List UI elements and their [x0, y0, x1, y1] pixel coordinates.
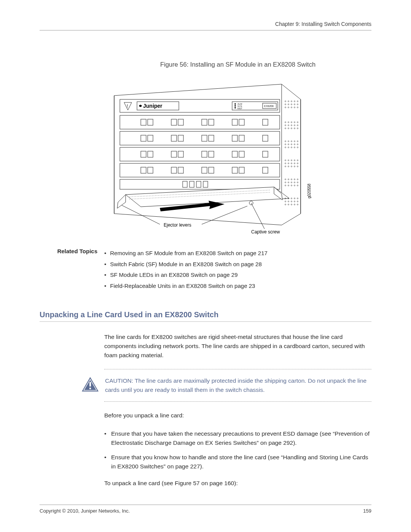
svg-point-106: [288, 160, 289, 161]
svg-rect-24: [263, 119, 268, 125]
svg-point-5: [235, 105, 236, 107]
svg-point-122: [291, 179, 292, 180]
svg-rect-19: [178, 119, 183, 125]
svg-point-148: [294, 204, 295, 205]
svg-line-152: [251, 203, 264, 229]
svg-point-142: [291, 201, 292, 202]
svg-point-62: [291, 101, 292, 102]
svg-rect-13: [120, 131, 280, 145]
svg-point-64: [297, 101, 298, 102]
svg-rect-40: [232, 151, 237, 157]
svg-rect-25: [141, 135, 146, 141]
svg-text:EX8208: EX8208: [264, 105, 274, 107]
svg-rect-23: [239, 119, 244, 125]
svg-point-77: [291, 122, 292, 123]
svg-point-88: [294, 128, 295, 129]
svg-point-96: [288, 144, 289, 145]
step-item: Ensure that you have taken the necessary…: [104, 429, 371, 447]
svg-point-4: [235, 104, 236, 105]
svg-rect-37: [178, 151, 183, 157]
svg-point-129: [297, 182, 298, 183]
svg-point-146: [288, 204, 289, 205]
svg-point-76: [288, 122, 289, 123]
svg-point-137: [291, 198, 292, 199]
chapter-header: Chapter 9: Installing Switch Components: [40, 21, 371, 30]
svg-point-86: [288, 128, 289, 129]
svg-point-6: [235, 107, 236, 109]
svg-point-131: [288, 185, 289, 186]
svg-point-120: [285, 179, 286, 180]
svg-point-69: [297, 104, 298, 105]
svg-point-130: [285, 185, 286, 186]
intro-paragraph: The line cards for EX8200 switches are r…: [104, 332, 371, 360]
svg-point-124: [297, 179, 298, 180]
svg-point-138: [294, 198, 295, 199]
svg-point-128: [294, 182, 295, 183]
svg-point-60: [285, 101, 286, 102]
svg-point-147: [291, 204, 292, 205]
svg-point-78: [294, 122, 295, 123]
svg-rect-16: [141, 119, 146, 125]
figure-illustration: ! Juniper ALM SYS MST EX8208: [88, 73, 323, 236]
svg-point-144: [297, 201, 298, 202]
svg-point-81: [288, 125, 289, 126]
svg-point-105: [285, 160, 286, 161]
svg-point-101: [288, 147, 289, 148]
svg-point-108: [294, 160, 295, 161]
svg-point-87: [291, 128, 292, 129]
svg-rect-20: [202, 119, 207, 125]
svg-point-84: [297, 125, 298, 126]
svg-rect-14: [120, 147, 280, 161]
svg-rect-21: [209, 119, 214, 125]
svg-point-97: [291, 144, 292, 145]
svg-point-134: [297, 185, 298, 186]
svg-rect-33: [263, 135, 268, 141]
svg-rect-27: [171, 135, 177, 141]
svg-rect-153: [89, 382, 91, 387]
svg-rect-47: [202, 167, 207, 173]
svg-point-94: [297, 141, 298, 142]
svg-point-121: [288, 179, 289, 180]
before-paragraph: Before you unpack a line card:: [104, 411, 371, 420]
label-ejector-levers: Ejector levers: [164, 222, 191, 228]
svg-point-107: [291, 160, 292, 161]
svg-rect-34: [141, 151, 146, 157]
svg-point-127: [291, 182, 292, 183]
svg-rect-51: [263, 167, 268, 173]
related-topics-label: Related Topics: [40, 248, 104, 291]
svg-rect-54: [190, 181, 194, 187]
svg-point-119: [297, 166, 298, 167]
svg-point-149: [297, 204, 298, 205]
svg-point-75: [285, 122, 286, 123]
caution-label: CAUTION:: [105, 377, 133, 384]
svg-point-100: [285, 147, 286, 148]
svg-point-61: [288, 101, 289, 102]
svg-point-93: [294, 141, 295, 142]
svg-point-132: [291, 185, 292, 186]
svg-point-89: [297, 128, 298, 129]
caution-text: CAUTION:The line cards are maximally pro…: [105, 376, 371, 395]
svg-point-85: [285, 128, 286, 129]
svg-point-154: [89, 388, 91, 390]
svg-point-118: [294, 166, 295, 167]
svg-rect-53: [183, 181, 187, 187]
svg-rect-38: [202, 151, 207, 157]
svg-point-133: [294, 185, 295, 186]
svg-point-115: [285, 166, 286, 167]
unpack-paragraph: To unpack a line card (see Figure 57 on …: [104, 479, 371, 488]
svg-point-98: [294, 144, 295, 145]
svg-rect-42: [263, 151, 268, 157]
svg-point-139: [297, 198, 298, 199]
related-topics: Related Topics Removing an SF Module fro…: [40, 248, 371, 291]
figure-code: g020558: [307, 184, 311, 198]
svg-point-112: [291, 163, 292, 164]
section-heading: Unpacking a Line Card Used in an EX8200 …: [40, 310, 371, 322]
svg-line-151: [202, 206, 247, 224]
label-captive-screw: Captive screw: [251, 229, 280, 235]
svg-point-79: [297, 122, 298, 123]
svg-rect-30: [209, 135, 214, 141]
svg-rect-49: [232, 167, 237, 173]
svg-point-80: [285, 125, 286, 126]
svg-point-109: [297, 160, 298, 161]
svg-rect-44: [148, 167, 153, 173]
